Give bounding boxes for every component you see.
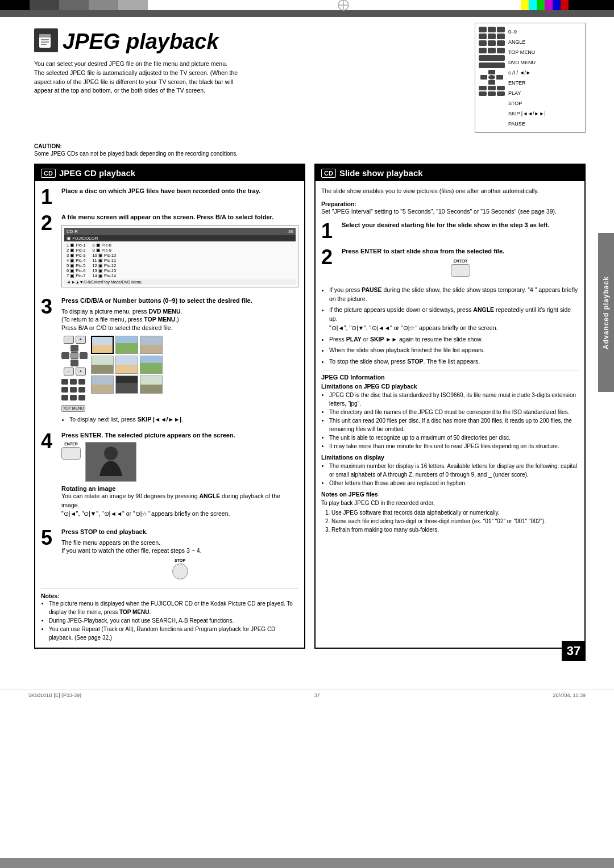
limitations-playback-title: Limitations on JPEG CD playback <box>321 383 579 390</box>
nav-up <box>70 345 78 352</box>
enter-label: ENTER <box>64 442 78 446</box>
note-3: You can use Repeat (Track or All), Rando… <box>49 625 298 642</box>
step-3-diagram: - + <box>61 336 298 412</box>
footer-center: 37 <box>314 692 320 698</box>
bar-black-1 <box>0 0 30 10</box>
preparation-text: Set "JPEG Interval" setting to "5 Second… <box>321 207 579 216</box>
fm-file-list: 1 ▣ Pic-1 2 ▣ Pic-2 3 ▣ Pic-3 4 ▣ Pic-4 … <box>64 241 296 279</box>
notes-jpeg-title: Notes on JPEG files <box>321 491 579 498</box>
svg-rect-4 <box>39 34 51 37</box>
caution-text: Some JPEG CDs can not be played back dep… <box>34 151 238 157</box>
notes-jpeg-intro: To play back JPEG CD in the recorded ord… <box>321 499 579 507</box>
right-section-body: The slide show enables you to view pictu… <box>316 181 584 540</box>
step-1-number: 1 <box>41 187 57 207</box>
rb-5 <box>488 34 496 39</box>
notes-jpeg-3: Refrain from making too many sub-folders… <box>331 525 579 534</box>
rb-3 <box>497 27 505 32</box>
remote-diagram: 0–9 ANGLE TOP MENU DVD MENU s /t / ◄/► E… <box>475 23 586 133</box>
bar-cyan <box>529 0 537 10</box>
nav-down <box>70 360 78 366</box>
ch-plus: + <box>76 368 86 375</box>
enter-btn-graphic <box>61 447 81 460</box>
rb-1 <box>479 27 487 32</box>
bar-yellow <box>521 0 529 10</box>
bar-black-2 <box>569 0 614 10</box>
step-3: 3 Press C/D/B/A or Number buttons (0–9) … <box>41 297 298 425</box>
limitations-display-list: The maximum number for display is 16 let… <box>329 462 579 487</box>
note-2: During JPEG-Playback, you can not use SE… <box>49 616 298 625</box>
step-5-title: Press STOP to end playback. <box>61 528 298 536</box>
fm-col1: 1 ▣ Pic-1 2 ▣ Pic-2 3 ▣ Pic-3 4 ▣ Pic-4 … <box>67 243 85 278</box>
step-4-number: 4 <box>41 431 57 523</box>
footer-right: 20/4/04, 15:39 <box>553 692 586 698</box>
bar-gray-3 <box>118 0 148 10</box>
thumb-4 <box>91 356 114 374</box>
rb-17 <box>488 91 496 96</box>
right-column: CD Slide show playback The slide show en… <box>314 164 586 649</box>
lim-disp-2: Other letters than those above are repla… <box>329 479 579 487</box>
notes-list-left: The picture menu is displayed when the F… <box>49 599 298 642</box>
slide-bullet-2: If the picture appears upside down or si… <box>329 306 579 332</box>
step-3-body: To display a picture menu, press DVD MEN… <box>61 307 298 332</box>
nav-right <box>80 352 88 359</box>
rb-nav-down <box>488 80 495 85</box>
svg-point-8 <box>104 446 118 460</box>
left-section-title: JPEG CD playback <box>59 168 135 178</box>
lim-pb-4: The unit is able to recognize up to a ma… <box>329 433 579 442</box>
step-5-content: Press STOP to end playback. The file men… <box>61 528 298 583</box>
right-step-1-number: 1 <box>321 221 337 241</box>
step-5-body: The file menu appears on the screen. If … <box>61 539 298 555</box>
step-1-content: Place a disc on which JPEG files have be… <box>61 187 298 207</box>
fm-row-7: 7 ▣ Pic-7 <box>67 273 85 278</box>
bar-blue <box>553 0 561 10</box>
notes-jpeg-2: Name each file including two-digit or th… <box>331 517 579 525</box>
right-step-2: 2 Press ENTER to start slide show from t… <box>321 247 579 280</box>
title-text: JPEG playback <box>63 30 219 54</box>
preparation-section: Preparation: Set "JPEG Interval" setting… <box>321 201 579 216</box>
right-step-2-content: Press ENTER to start slide show from the… <box>342 247 579 280</box>
left-section-header: CD JPEG CD playback <box>35 165 304 181</box>
thumb-8 <box>115 375 138 394</box>
step-4: 4 Press ENTER. The selected picture appe… <box>41 431 298 523</box>
stop-btn-area: STOP <box>61 558 298 579</box>
rb-nav-left <box>480 75 487 80</box>
num-1 <box>61 379 68 385</box>
rb-18 <box>497 91 505 96</box>
bottom-bar <box>0 858 614 868</box>
secondary-bar <box>0 10 614 17</box>
right-step-1-content: Select your desired starting file for th… <box>342 221 579 241</box>
rb-6 <box>497 34 505 39</box>
jpeg-cd-info-title: JPEG CD Information <box>321 374 579 381</box>
right-section-header: CD Slide show playback <box>316 165 584 181</box>
step-4-content: Press ENTER. The selected picture appear… <box>61 431 298 523</box>
notes-jpeg-1: Use JPEG software that records data alph… <box>331 508 579 517</box>
advanced-playback-sidebar: Advanced playback <box>598 233 614 392</box>
rb-wide-1 <box>479 55 505 61</box>
rb-nav-right <box>496 75 503 80</box>
fm-folder: ▣ FUJICOLOR <box>64 235 296 241</box>
step-1: 1 Place a disc on which JPEG files have … <box>41 187 298 207</box>
fm-row-9: 9 ▣ Pic-9 <box>92 248 116 253</box>
thumb-9 <box>140 375 163 394</box>
caution-title: CAUTION: <box>34 143 586 149</box>
step-3-number: 3 <box>41 297 57 425</box>
limitations-display-title: Limitations on display <box>321 454 579 461</box>
nav-left <box>61 352 69 359</box>
rb-wide-2 <box>479 62 505 68</box>
right-step-1-title: Select your desired starting file for th… <box>342 221 579 229</box>
bar-green <box>537 0 545 10</box>
step-4-area: ENTER <box>61 442 298 482</box>
cd-icon-left: CD <box>41 169 56 178</box>
thumb-3 <box>140 336 163 354</box>
num-7 <box>61 395 68 400</box>
remote-labels: 0–9 ANGLE TOP MENU DVD MENU s /t / ◄/► E… <box>508 27 546 129</box>
fm-row-14: 14 ▣ Pic-14 <box>92 273 116 278</box>
rb-nav-up <box>488 70 495 74</box>
vol-minus: - <box>64 336 74 344</box>
right-section-title: Slide show playback <box>339 168 423 178</box>
nav-cross: - + <box>61 336 88 375</box>
step-3-bullet-1: To display next list, press SKIP |◄◄/►►|… <box>69 415 298 424</box>
rb-11 <box>488 48 496 53</box>
slide-bullets: If you press PAUSE during the slide show… <box>329 286 579 366</box>
thumb-5 <box>115 356 138 374</box>
